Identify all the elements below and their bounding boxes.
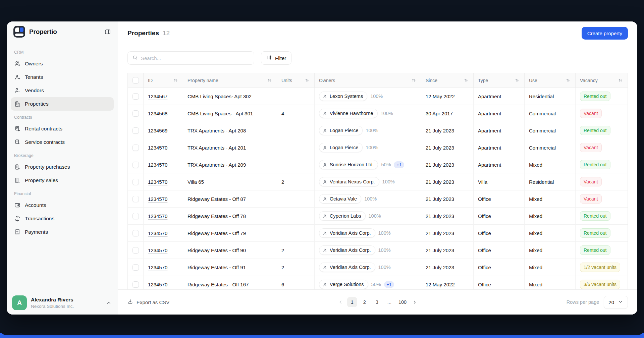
owner-chip[interactable]: Ventura Nexus Corp.: [319, 177, 379, 186]
owner-chip[interactable]: Cyperion Labs: [319, 211, 366, 221]
sidebar-item-property-purchases[interactable]: Property purchases: [11, 160, 114, 174]
sidebar-item-accounts[interactable]: Accounts: [11, 199, 114, 212]
header-cell-vacancy[interactable]: Vacancy: [576, 73, 628, 88]
row-checkbox[interactable]: [132, 264, 139, 271]
row-checkbox[interactable]: [132, 179, 139, 185]
table-row[interactable]: 1234570Ridgeway Estates - Off 1676Verge …: [128, 276, 628, 289]
owner-chip[interactable]: Logan Pierce: [319, 143, 363, 152]
sidebar-item-vendors[interactable]: Vendors: [11, 84, 114, 97]
property-id-link[interactable]: 1234570: [148, 230, 167, 236]
row-checkbox[interactable]: [132, 281, 139, 288]
sort-icon[interactable]: [411, 77, 417, 83]
header-cell-id[interactable]: ID: [144, 73, 183, 88]
sidebar-item-property-sales[interactable]: Property sales: [11, 174, 114, 187]
property-id-link[interactable]: 1234567: [148, 94, 167, 99]
sort-icon[interactable]: [618, 77, 623, 83]
header-cell-use[interactable]: Use: [525, 73, 576, 88]
select-all-checkbox[interactable]: [132, 77, 139, 83]
sidebar-item-payments[interactable]: Payments: [11, 225, 114, 239]
sidebar-item-tenants[interactable]: Tenants: [11, 70, 114, 84]
property-id-link[interactable]: 1234568: [148, 111, 167, 116]
row-checkbox[interactable]: [132, 247, 139, 253]
owner-chip[interactable]: Vivienne Hawthorne: [319, 109, 378, 118]
row-checkbox[interactable]: [132, 162, 139, 168]
property-id-link[interactable]: 1234570: [148, 162, 167, 168]
owner-chip[interactable]: Veridian Axis Corp.: [319, 245, 375, 255]
chevron-right-icon[interactable]: [412, 299, 418, 305]
sort-icon[interactable]: [173, 77, 178, 83]
sort-icon[interactable]: [565, 77, 571, 83]
user-profile[interactable]: A Alexandra Rivers Nexora Solutions Inc.: [7, 291, 118, 315]
sidebar-item-transactions[interactable]: Transactions: [11, 212, 114, 225]
sort-icon[interactable]: [304, 77, 310, 83]
table-row[interactable]: 1234570Ridgeway Estates - Off 78Cyperion…: [128, 208, 628, 225]
table-row[interactable]: 1234570Ridgeway Estates - Off 902Veridia…: [128, 242, 628, 259]
header-cell-since[interactable]: Since: [421, 73, 474, 88]
chevron-left-icon[interactable]: [338, 299, 343, 305]
rows-per-page-select[interactable]: 20: [604, 296, 628, 309]
property-id-link[interactable]: 1234570: [148, 196, 167, 202]
additional-owners-badge[interactable]: +1: [384, 281, 394, 288]
header-cell-owners[interactable]: Owners: [315, 73, 421, 88]
property-id-link[interactable]: 1234569: [148, 128, 167, 133]
column-label: Property name: [187, 78, 218, 83]
pagination-page-3[interactable]: 3: [372, 297, 382, 307]
row-checkbox[interactable]: [132, 213, 139, 219]
pagination-page-100[interactable]: 100: [397, 297, 408, 307]
owner-chip[interactable]: Veridian Axis Corp.: [319, 263, 375, 272]
table-row[interactable]: 1234570TRX Apartments - Apt 201Logan Pie…: [128, 139, 628, 156]
owner-chip[interactable]: Lexon Systems: [319, 92, 367, 101]
export-csv-button[interactable]: Export as CSV: [127, 299, 169, 305]
sidebar-item-owners[interactable]: Owners: [11, 57, 114, 70]
filter-button[interactable]: Filter: [261, 51, 291, 65]
table-row[interactable]: 1234570Ridgeway Estates - Off 87Octavia …: [128, 190, 628, 208]
pagination-page-1[interactable]: 1: [347, 297, 357, 307]
create-property-button[interactable]: Create property: [582, 27, 628, 40]
chevron-up-icon[interactable]: [106, 300, 112, 306]
owner-chip[interactable]: Veridian Axis Corp.: [319, 228, 375, 238]
sort-icon[interactable]: [267, 77, 272, 83]
owner-chip[interactable]: Verge Solutions: [319, 280, 368, 289]
row-checkbox[interactable]: [132, 196, 139, 202]
nav-section-label-financial: Financial: [11, 187, 114, 199]
property-id-link[interactable]: 1234570: [148, 247, 167, 253]
row-checkbox[interactable]: [132, 127, 139, 134]
sort-icon[interactable]: [463, 77, 469, 83]
property-id-link[interactable]: 1234570: [148, 179, 167, 185]
search-box[interactable]: [127, 51, 254, 65]
header-cell-type[interactable]: Type: [474, 73, 525, 88]
owner-chip[interactable]: Sunrise Horizon Ltd.: [319, 160, 378, 169]
owner-chip[interactable]: Octavia Vale: [319, 194, 361, 204]
table-row[interactable]: 1234568CMB Living Spaces - Apt 3014Vivie…: [128, 105, 628, 122]
row-checkbox[interactable]: [132, 93, 139, 100]
row-checkbox[interactable]: [132, 110, 139, 117]
search-input[interactable]: [141, 55, 250, 61]
owner-chip[interactable]: Logan Pierce: [319, 126, 363, 135]
cell-use: Residential: [525, 173, 576, 190]
table-row[interactable]: 1234570Villa 652Ventura Nexus Corp.100%2…: [128, 173, 628, 190]
pagination-next-button[interactable]: [411, 298, 419, 306]
table-row[interactable]: 1234570Ridgeway Estates - Off 79Veridian…: [128, 225, 628, 242]
pagination-page-2[interactable]: 2: [360, 297, 370, 307]
sidebar-collapse-button[interactable]: [104, 28, 112, 36]
property-id-link[interactable]: 1234570: [148, 265, 167, 270]
header-cell-units[interactable]: Units: [277, 73, 315, 88]
sidebar-item-properties[interactable]: Properties: [11, 97, 114, 111]
table-row[interactable]: 1234567CMB Living Spaces- Apt 302Lexon S…: [128, 88, 628, 105]
table-row[interactable]: 1234569TRX Apartments - Apt 208Logan Pie…: [128, 122, 628, 139]
sidebar-item-rental-contracts[interactable]: Rental contracts: [11, 122, 114, 135]
row-checkbox[interactable]: [132, 145, 139, 151]
header-cell-property-name[interactable]: Property name: [183, 73, 277, 88]
property-id-link[interactable]: 1234570: [148, 282, 167, 287]
pagination-prev-button[interactable]: [336, 298, 345, 306]
additional-owners-badge[interactable]: +1: [394, 161, 404, 168]
row-checkbox[interactable]: [132, 230, 139, 236]
sort-icon[interactable]: [514, 77, 520, 83]
property-id-link[interactable]: 1234570: [148, 213, 167, 219]
table-row[interactable]: 1234570TRX Apartments - Apt 209Sunrise H…: [128, 156, 628, 173]
cell-since: 21 July 2023: [421, 208, 474, 224]
property-id-link[interactable]: 1234570: [148, 145, 167, 151]
cell-use: Mixed: [525, 190, 576, 207]
sidebar-item-service-contracts[interactable]: Service contracts: [11, 135, 114, 149]
table-row[interactable]: 1234570Ridgeway Estates - Off 912Veridia…: [128, 259, 628, 276]
